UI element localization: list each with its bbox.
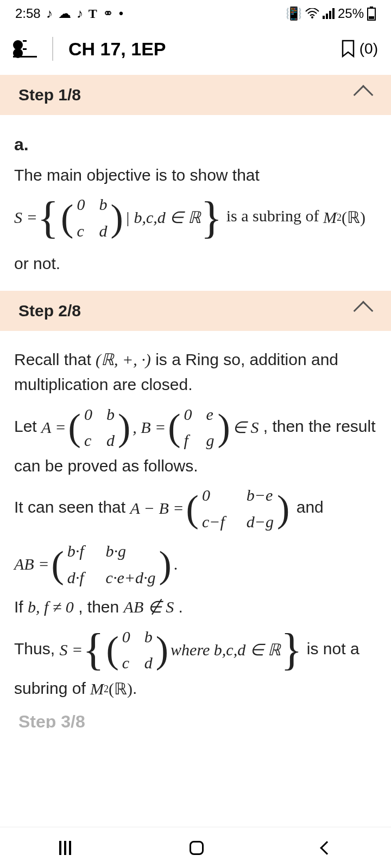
- s-equals: S =: [14, 205, 37, 231]
- vibrate-icon: 📳: [286, 6, 302, 21]
- app-bar: CH 17, 1EP (0): [0, 27, 391, 71]
- svg-point-0: [311, 16, 313, 18]
- if-condition: If b, f ≠ 0 , then AB ∉ S .: [14, 595, 377, 620]
- more-icon: •: [119, 6, 123, 21]
- nav-recents[interactable]: [59, 841, 71, 855]
- nav-home[interactable]: [190, 841, 204, 855]
- a-minus-b: It can seen that A − B = ( 0b−e c−fd−g )…: [14, 483, 377, 534]
- nav-back[interactable]: [320, 841, 333, 854]
- step-3-peek[interactable]: Step 3/8: [0, 712, 391, 728]
- recall-text: Recall that (ℝ, +, ·) is a Ring so, addi…: [14, 347, 377, 398]
- tiktok-icon: ♪: [46, 6, 53, 21]
- wifi-icon: [305, 8, 319, 19]
- or-not-text: or not.: [14, 251, 377, 277]
- bookmark-icon: [341, 40, 355, 58]
- page-title: CH 17, 1EP: [68, 39, 326, 60]
- step-1-content: a. The main objective is to show that S …: [0, 115, 391, 286]
- svg-rect-3: [329, 11, 331, 19]
- svg-rect-1: [323, 16, 325, 19]
- step-1-header[interactable]: Step 1/8: [0, 75, 391, 115]
- status-left: 2:58 ♪ ☁ ♪ T ⚭ •: [15, 6, 123, 21]
- tiktok-icon: ♪: [77, 6, 83, 21]
- battery-pct: 25%: [338, 6, 364, 21]
- svg-rect-7: [369, 16, 374, 19]
- status-time: 2:58: [15, 6, 41, 21]
- status-right: 📳 25%: [286, 6, 376, 21]
- android-nav-bar: [0, 827, 391, 868]
- step-2-content: Recall that (ℝ, +, ·) is a Ring so, addi…: [0, 331, 391, 712]
- step-2-label: Step 2/8: [18, 302, 81, 320]
- ab-product: AB = ( b·fb·g d·fc·e+d·g ) .: [14, 539, 377, 590]
- divider: [52, 37, 53, 61]
- objective-text: The main objective is to show that: [14, 163, 377, 188]
- let-text: Let A = ( 0b cd ) , B = ( 0e fg ) ∈ S , …: [14, 402, 377, 479]
- chevron-up-icon: [354, 301, 374, 321]
- svg-rect-4: [332, 8, 335, 19]
- status-bar: 2:58 ♪ ☁ ♪ T ⚭ • 📳 25%: [0, 0, 391, 27]
- battery-icon: [367, 7, 376, 21]
- step-2-header[interactable]: Step 2/8: [0, 291, 391, 331]
- svg-rect-2: [326, 14, 328, 19]
- voicemail-icon: ⚭: [103, 6, 113, 21]
- subring-text: is a subring of: [226, 207, 323, 225]
- step-1-label: Step 1/8: [18, 86, 81, 104]
- part-label: a.: [14, 131, 377, 158]
- bookmark-button[interactable]: (0): [341, 40, 378, 58]
- text-icon: T: [89, 7, 97, 21]
- set-definition: S = { ( 0b cd ) | b,c,d ∈ ℝ } is a subri…: [14, 192, 377, 244]
- signal-icon: [323, 8, 335, 19]
- menu-icon[interactable]: [13, 40, 37, 58]
- bookmark-count: (0): [360, 40, 378, 58]
- chevron-up-icon: [354, 85, 374, 105]
- conclusion: Thus, S = { ( 0b cd ) where b,c,d ∈ ℝ } …: [14, 624, 377, 702]
- cloud-icon: ☁: [58, 6, 71, 21]
